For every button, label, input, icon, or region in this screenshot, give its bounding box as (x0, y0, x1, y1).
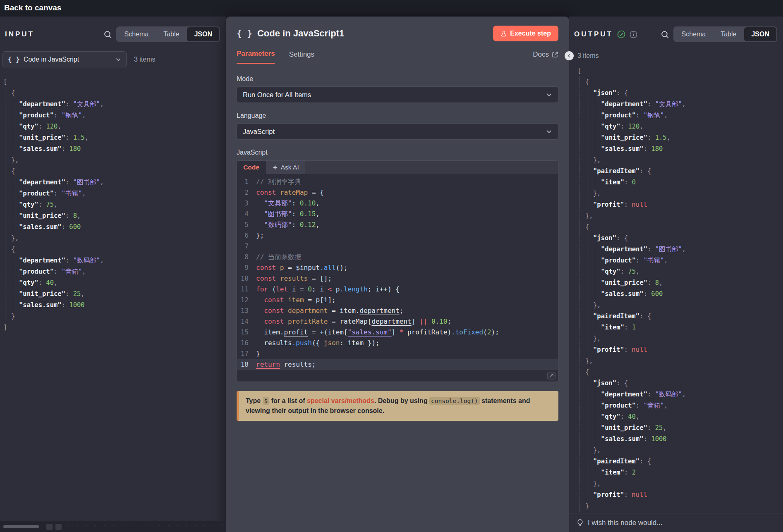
json-line: "sales.sum": 600 (601, 289, 783, 300)
code-line: 7 (237, 241, 558, 252)
mode-select[interactable]: Run Once for All Items (237, 86, 558, 103)
editor-footer (237, 370, 558, 382)
execute-step-label: Execute step (510, 30, 551, 37)
json-line: { (585, 222, 783, 233)
json-line: "profit": null (593, 344, 783, 355)
app-root: Back to canvas INPUT Schema Table JSON {… (0, 0, 783, 532)
line-number: 10 (237, 273, 256, 284)
output-tab-schema[interactable]: Schema (674, 27, 713, 41)
code-line: 18return results; (237, 359, 558, 370)
language-label: Language (237, 112, 558, 119)
code-braces-icon: { } (8, 55, 20, 63)
line-number: 8 (237, 252, 256, 262)
collapse-output-panel-handle[interactable] (565, 51, 574, 60)
json-line: "department": "图书部", (19, 177, 226, 188)
json-line: "department": "数码部", (601, 389, 783, 400)
json-line: "unit_price": 25, (601, 422, 783, 434)
code-line: 4 "图书部": 0.15, (237, 209, 558, 219)
json-line: }, (585, 210, 783, 222)
execute-step-button[interactable]: Execute step (493, 26, 558, 41)
code-node-icon: { } (237, 29, 252, 38)
json-line: }, (593, 300, 783, 311)
code-line: 15 item.profit = +(item["sales.sum"] * p… (237, 327, 558, 338)
docs-link[interactable]: Docs (533, 50, 558, 64)
canvas-strip (0, 521, 226, 532)
json-line: "unit_price": 1.5, (601, 132, 783, 143)
editor-tab-ask-ai[interactable]: Ask AI (266, 161, 305, 174)
line-number: 7 (237, 241, 256, 252)
output-panel-title: OUTPUT (574, 30, 613, 38)
line-number: 15 (237, 327, 256, 338)
horizontal-scrollbar[interactable] (3, 525, 39, 528)
json-line: "department": "图书部", (601, 244, 783, 255)
json-line: { (585, 76, 783, 88)
json-line: "department": "数码部", (19, 255, 226, 266)
input-panel-header: INPUT Schema Table JSON (0, 17, 226, 42)
json-line: "qty": 75, (19, 199, 226, 210)
special-vars-link[interactable]: special vars/methods (307, 397, 374, 404)
code-line: 8// 当前条数据 (237, 252, 558, 262)
output-tab-json[interactable]: JSON (744, 27, 776, 41)
output-tab-table[interactable]: Table (714, 27, 743, 41)
tab-settings[interactable]: Settings (289, 50, 314, 64)
modal-body: Mode Run Once for All Items Language Jav… (226, 64, 569, 421)
back-to-canvas-button[interactable]: Back to canvas (4, 3, 61, 12)
json-line: "item": 2 (601, 467, 783, 478)
json-line: }, (585, 355, 783, 367)
language-select-value: JavaScript (243, 128, 275, 136)
input-node-selector[interactable]: { } Code in JavaScript (2, 51, 127, 67)
json-line: "pairedItem": { (593, 456, 783, 467)
editor-tab-code[interactable]: Code (237, 161, 266, 174)
line-number: 11 (237, 284, 256, 295)
info-icon[interactable] (630, 31, 637, 38)
json-line: "product": "音箱", (19, 266, 226, 277)
json-line: "item": 0 (601, 177, 783, 188)
external-link-icon (552, 51, 558, 58)
json-line: "sales.sum": 1000 (19, 300, 226, 311)
hint-callout: Type $ for a list of special vars/method… (237, 391, 558, 421)
success-check-icon (617, 30, 625, 38)
flask-icon (500, 31, 507, 37)
tab-parameters[interactable]: Parameters (237, 50, 275, 64)
json-line: }, (593, 155, 783, 166)
json-line: "product": "钢笔", (601, 110, 783, 121)
canvas-control-button[interactable] (55, 524, 62, 530)
language-select[interactable]: JavaScript (237, 123, 558, 140)
output-search-icon[interactable] (661, 30, 669, 39)
json-line: }, (11, 155, 226, 166)
chevron-down-icon (115, 57, 121, 62)
line-number: 12 (237, 295, 256, 305)
wish-footer-button[interactable]: I wish this node would... (569, 513, 783, 532)
json-line: ] (3, 322, 226, 333)
json-line: "unit_price": 8, (19, 210, 226, 222)
hint-text: Type $ for a list of special vars/method… (246, 397, 530, 414)
input-tab-schema[interactable]: Schema (117, 27, 156, 41)
input-json-viewer: [{"department": "文具部","product": "钢笔","q… (0, 76, 226, 333)
json-line: "profit": null (593, 489, 783, 501)
line-number: 3 (237, 198, 256, 209)
sparkle-icon (272, 165, 278, 170)
canvas-control-button[interactable] (46, 524, 53, 530)
input-items-count: 3 items (134, 56, 156, 63)
input-tab-json[interactable]: JSON (187, 27, 219, 41)
output-items-count: 3 items (577, 52, 783, 60)
code-line: 10const results = []; (237, 273, 558, 284)
node-title: Code in JavaScript1 (257, 28, 344, 39)
code-line: 2const rateMap = { (237, 187, 558, 198)
code-line: 9const p = $input.all(); (237, 262, 558, 273)
line-number: 2 (237, 187, 256, 198)
json-line: { (585, 367, 783, 378)
json-line: }, (593, 333, 783, 344)
input-search-icon[interactable] (103, 30, 112, 39)
editor-label: JavaScript (237, 149, 558, 156)
json-line: "department": "文具部", (19, 99, 226, 110)
json-line: "product": "书籍", (601, 255, 783, 266)
input-selector-row: { } Code in JavaScript 3 items (2, 51, 220, 67)
code-editor[interactable]: Code Ask AI 1// 利润率字典2const rateMap = {3… (237, 160, 558, 382)
code-line: 3 "文具部": 0.10, (237, 198, 558, 209)
json-line: "unit_price": 1.5, (19, 132, 226, 143)
json-line: "product": "音箱", (601, 400, 783, 411)
input-tab-table[interactable]: Table (156, 27, 186, 41)
ask-ai-label: Ask AI (281, 164, 299, 171)
editor-resize-handle[interactable] (547, 372, 556, 379)
